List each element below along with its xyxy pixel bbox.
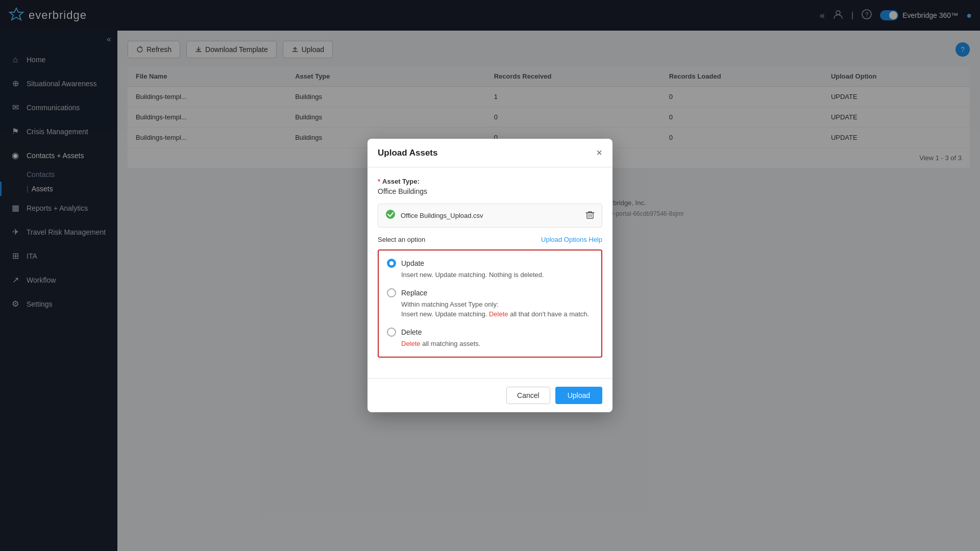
file-delete-button[interactable] xyxy=(585,210,595,221)
modal-title: Upload Assets xyxy=(378,148,437,158)
select-option-row: Select an option Upload Options Help xyxy=(378,236,602,243)
modal-upload-button[interactable]: Upload xyxy=(555,387,602,404)
svg-rect-7 xyxy=(587,213,593,218)
file-row: Office Buildings_Upload.csv xyxy=(378,204,602,228)
option-delete-radio[interactable] xyxy=(387,328,396,337)
modal-body: *Asset Type: Office Buildings Office Bui… xyxy=(368,167,612,378)
option-update-label: Update xyxy=(401,259,424,267)
modal-header: Upload Assets × xyxy=(368,139,612,167)
upload-options-box: Update Insert new. Update matching. Noth… xyxy=(378,249,602,358)
upload-options-help-link[interactable]: Upload Options Help xyxy=(541,236,602,243)
option-replace-label: Replace xyxy=(401,289,427,297)
file-name-label: Office Buildings_Upload.csv xyxy=(401,212,483,219)
option-replace[interactable]: Replace Within matching Asset Type only:… xyxy=(387,288,593,319)
option-update-radio[interactable] xyxy=(387,259,396,268)
option-delete-desc: Delete all matching assets. xyxy=(387,339,593,349)
select-option-label: Select an option xyxy=(378,236,425,243)
cancel-button[interactable]: Cancel xyxy=(506,387,550,404)
replace-delete-text: Delete xyxy=(489,310,508,318)
modal-close-button[interactable]: × xyxy=(596,147,602,159)
modal-overlay[interactable]: Upload Assets × *Asset Type: Office Buil… xyxy=(0,0,980,551)
delete-delete-text: Delete xyxy=(401,340,421,347)
asset-type-value: Office Buildings xyxy=(378,187,602,195)
file-check-icon xyxy=(385,209,396,222)
option-delete[interactable]: Delete Delete all matching assets. xyxy=(387,328,593,349)
svg-point-6 xyxy=(386,210,395,219)
file-info: Office Buildings_Upload.csv xyxy=(385,209,483,222)
upload-assets-modal: Upload Assets × *Asset Type: Office Buil… xyxy=(368,139,612,412)
option-replace-radio[interactable] xyxy=(387,288,396,297)
option-delete-label: Delete xyxy=(401,328,422,336)
modal-footer: Cancel Upload xyxy=(368,378,612,412)
option-update[interactable]: Update Insert new. Update matching. Noth… xyxy=(387,259,593,280)
asset-type-field-label: *Asset Type: xyxy=(378,178,602,185)
option-replace-desc: Within matching Asset Type only: Insert … xyxy=(387,299,593,319)
option-update-desc: Insert new. Update matching. Nothing is … xyxy=(387,270,593,280)
required-indicator: * xyxy=(378,178,380,185)
